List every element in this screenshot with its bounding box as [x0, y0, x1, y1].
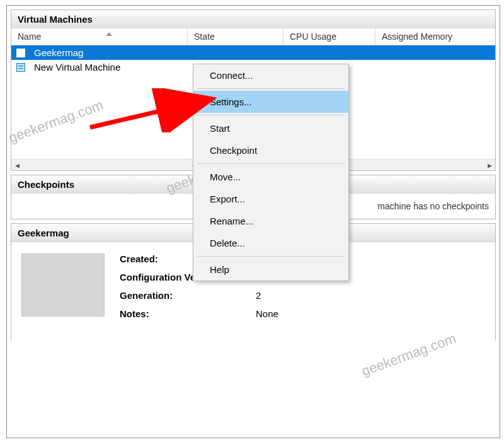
- column-name[interactable]: Name: [11, 28, 188, 45]
- kv-val-gen: 2: [256, 290, 261, 301]
- menu-item-move[interactable]: Move...: [193, 166, 348, 188]
- kv-key-notes: Notes:: [120, 308, 256, 319]
- column-cpu-usage[interactable]: CPU Usage: [284, 28, 375, 45]
- menu-separator: [197, 115, 345, 115]
- vm-label: New Virtual Machine: [34, 62, 120, 73]
- scroll-left-icon[interactable]: ◂: [11, 160, 23, 171]
- menu-item-rename[interactable]: Rename...: [193, 210, 348, 232]
- virtual-machines-header: Virtual Machines: [11, 10, 495, 28]
- vm-icon: [16, 62, 28, 73]
- menu-separator: [197, 163, 345, 164]
- menu-item-start[interactable]: Start: [193, 117, 348, 139]
- kv-generation: Generation: 2: [120, 290, 349, 301]
- vm-label: Geekermag: [34, 47, 83, 58]
- checkpoints-empty-text: machine has no checkpoints: [377, 201, 489, 211]
- kv-val-notes: None: [256, 308, 278, 319]
- menu-item-settings[interactable]: Settings...: [193, 91, 348, 113]
- sort-ascending-icon: [106, 32, 112, 36]
- vm-icon: [16, 48, 28, 58]
- menu-item-delete[interactable]: Delete...: [193, 232, 348, 254]
- column-name-label: Name: [18, 32, 41, 42]
- column-header-row: Name State CPU Usage Assigned Memory: [11, 28, 495, 45]
- vm-thumbnail: [21, 253, 105, 317]
- vm-row-geekermag[interactable]: Geekermag: [11, 45, 495, 60]
- context-menu[interactable]: Connect... Settings... Start Checkpoint …: [193, 64, 349, 281]
- menu-item-help[interactable]: Help: [193, 259, 348, 281]
- column-state[interactable]: State: [188, 28, 284, 45]
- menu-separator: [197, 256, 345, 257]
- kv-notes: Notes: None: [120, 308, 349, 319]
- menu-item-export[interactable]: Export...: [193, 188, 348, 210]
- column-assigned-memory[interactable]: Assigned Memory: [375, 28, 495, 45]
- menu-separator: [197, 88, 345, 89]
- scroll-right-icon[interactable]: ▸: [484, 160, 495, 171]
- kv-key-gen: Generation:: [120, 290, 256, 301]
- menu-item-connect[interactable]: Connect...: [193, 64, 348, 86]
- menu-item-checkpoint[interactable]: Checkpoint: [193, 139, 348, 161]
